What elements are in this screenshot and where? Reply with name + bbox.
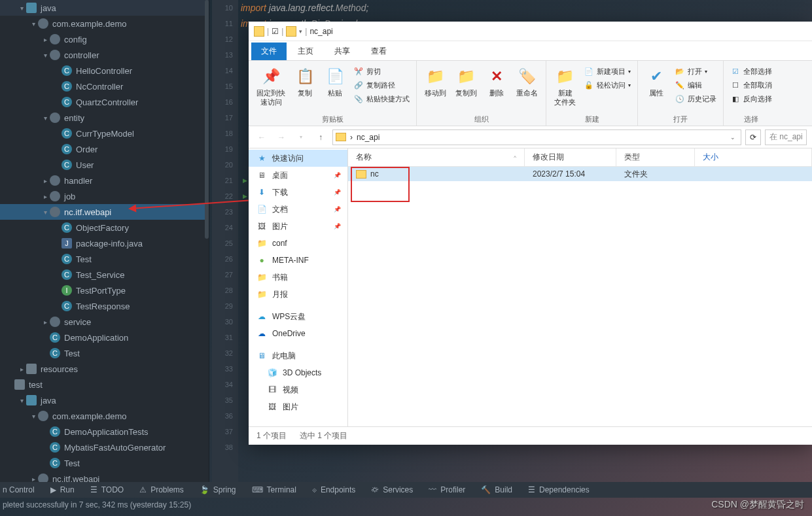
col-date[interactable]: 修改日期 — [525, 148, 616, 166]
select-none-button[interactable]: ☐全部取消 — [728, 78, 775, 92]
gutter-line[interactable]: 33 — [212, 361, 238, 377]
column-headers[interactable]: 名称^ 修改日期 类型 大小 — [348, 148, 812, 167]
tab-home[interactable]: 主页 — [288, 43, 323, 60]
sidebar-item[interactable]: 📄文档📌 — [249, 201, 347, 218]
rename-button[interactable]: 🏷️重命名 — [512, 63, 542, 113]
tool-profiler[interactable]: 〰Profiler — [429, 485, 465, 494]
gutter-line[interactable]: 16 — [212, 94, 238, 110]
sidebar-item[interactable]: 🖼图片 — [249, 398, 347, 415]
tool-spring[interactable]: 🍃Spring — [200, 485, 236, 494]
project-tree[interactable]: ▾java▾com.example.demo▸config▾controller… — [0, 0, 209, 487]
sidebar-item[interactable]: ●META-INF — [249, 252, 347, 269]
gutter-line[interactable]: 19 — [212, 141, 238, 157]
new-folder-button[interactable]: 📁新建 文件夹 — [550, 63, 580, 113]
cut-button[interactable]: ✂️剪切 — [351, 65, 412, 78]
new-item-button[interactable]: 📄新建项目▾ — [581, 65, 633, 78]
sidebar-item[interactable]: ⬇下载📌 — [249, 184, 347, 201]
tree-node[interactable]: ITestPortType — [0, 283, 209, 298]
tree-node[interactable]: CDemoApplication — [0, 330, 209, 345]
col-size[interactable]: 大小 — [695, 148, 812, 166]
tree-node[interactable]: ▾nc.itf.webapi — [0, 204, 209, 220]
gutter-line[interactable]: 12 — [212, 31, 238, 47]
tab-view[interactable]: 查看 — [361, 43, 397, 60]
gutter-line[interactable]: 25 — [212, 235, 238, 251]
sidebar-item[interactable]: ☁OneDrive — [249, 325, 347, 342]
sidebar-item[interactable]: 🎞视频 — [249, 381, 347, 398]
history-button[interactable]: 🕓历史记录 — [672, 92, 719, 105]
tool-services[interactable]: ⛮Services — [371, 485, 413, 494]
edit-button[interactable]: ✏️编辑 — [672, 78, 719, 92]
tree-node[interactable]: CTest_Service — [0, 267, 209, 283]
gutter-line[interactable]: 10 — [212, 0, 238, 16]
tree-node[interactable]: COrder — [0, 141, 209, 157]
invert-selection-button[interactable]: ◧反向选择 — [728, 92, 775, 105]
paste-shortcut-button[interactable]: 📎粘贴快捷方式 — [351, 92, 412, 105]
tree-node[interactable]: CTestResponse — [0, 298, 209, 314]
up-button[interactable]: ↑ — [313, 129, 328, 145]
sidebar-item[interactable]: 📁conf — [249, 235, 347, 252]
sidebar-item[interactable]: 🖼图片📌 — [249, 218, 347, 235]
gutter-line[interactable]: 37 — [212, 424, 238, 439]
tab-share[interactable]: 共享 — [325, 43, 360, 60]
gutter-line[interactable]: 27 — [212, 267, 238, 283]
gutter-line[interactable]: 17 — [212, 110, 238, 126]
gutter-line[interactable]: 15 — [212, 78, 238, 94]
copy-button[interactable]: 📋复制 — [291, 63, 319, 113]
tree-node[interactable]: CTest — [0, 251, 209, 267]
sidebar-item[interactable]: ★快速访问 — [249, 150, 347, 167]
file-list[interactable]: nc2023/2/7 15:04文件夹 — [348, 167, 812, 426]
tree-node[interactable]: ▸config — [0, 31, 209, 47]
gutter-line[interactable]: 24 — [212, 220, 238, 235]
gutter-line[interactable]: 23 — [212, 204, 238, 220]
tree-node[interactable]: ▾entity — [0, 110, 209, 126]
explorer-title-bar[interactable]: | ☑ | ▾ | nc_api — [249, 22, 812, 41]
gutter-line[interactable]: 28 — [212, 283, 238, 298]
tree-node[interactable]: ▾com.example.demo — [0, 16, 209, 31]
refresh-button[interactable]: ⟳ — [745, 129, 761, 145]
tree-node[interactable]: CHelloController — [0, 63, 209, 78]
tool-terminal[interactable]: ⌨Terminal — [252, 485, 296, 494]
path-item[interactable]: nc_api — [357, 133, 380, 142]
back-button[interactable]: ← — [254, 129, 270, 145]
search-box[interactable]: 在 nc_api — [765, 129, 807, 145]
copy-path-button[interactable]: 🔗复制路径 — [351, 78, 412, 92]
tree-node[interactable]: ▾com.example.demo — [0, 408, 209, 424]
sidebar-item[interactable]: 📁月报 — [249, 286, 347, 303]
gutter-line[interactable]: 21 — [212, 173, 238, 188]
tool-build[interactable]: 🔨Build — [481, 485, 512, 494]
gutter-line[interactable]: 13 — [212, 47, 238, 63]
gutter-line[interactable]: 34 — [212, 377, 238, 392]
copy-to-button[interactable]: 📁复制到 — [451, 63, 481, 113]
paste-button[interactable]: 📄粘贴 — [321, 63, 349, 113]
forward-button[interactable]: → — [274, 129, 289, 145]
gutter-line[interactable]: 38 — [212, 439, 238, 455]
tool-n-control[interactable]: n Control — [3, 485, 35, 494]
tree-node[interactable]: ▸handler — [0, 173, 209, 188]
easy-access-button[interactable]: 🔓轻松访问▾ — [581, 78, 633, 92]
gutter-line[interactable]: 31 — [212, 330, 238, 345]
recent-dropdown[interactable]: ▾ — [293, 129, 309, 145]
gutter-line[interactable]: 26 — [212, 251, 238, 267]
tool-endpoints[interactable]: ⟐Endpoints — [312, 485, 355, 494]
gutter-line[interactable]: 29 — [212, 298, 238, 314]
tab-file[interactable]: 文件 — [251, 43, 287, 60]
col-type[interactable]: 类型 — [616, 148, 695, 166]
tree-node[interactable]: Jpackage-info.java — [0, 235, 209, 251]
tree-node[interactable]: ▸resources — [0, 361, 209, 377]
tree-node[interactable]: CObjectFactory — [0, 220, 209, 235]
tool-problems[interactable]: ⚠Problems — [139, 485, 184, 494]
dropdown-icon[interactable]: ▾ — [299, 28, 302, 35]
tree-node[interactable]: ▾java — [0, 392, 209, 408]
tree-node[interactable]: CMybatisFastAutoGenerator — [0, 439, 209, 455]
gutter-line[interactable]: 30 — [212, 314, 238, 330]
explorer-sidebar[interactable]: ★快速访问🖥桌面📌⬇下载📌📄文档📌🖼图片📌📁conf●META-INF📁书籍📁月… — [249, 148, 348, 426]
col-name[interactable]: 名称^ — [348, 148, 525, 166]
sidebar-item[interactable]: 🖥此电脑 — [249, 347, 347, 364]
tree-node[interactable]: CQuartzController — [0, 94, 209, 110]
tree-node[interactable]: CTest — [0, 455, 209, 471]
tree-node[interactable]: CNcController — [0, 78, 209, 94]
gutter-line[interactable]: 35 — [212, 392, 238, 408]
sidebar-item[interactable]: 🧊3D Objects — [249, 364, 347, 381]
select-all-button[interactable]: ☑全部选择 — [728, 65, 775, 78]
gutter-line[interactable]: 11 — [212, 16, 238, 31]
